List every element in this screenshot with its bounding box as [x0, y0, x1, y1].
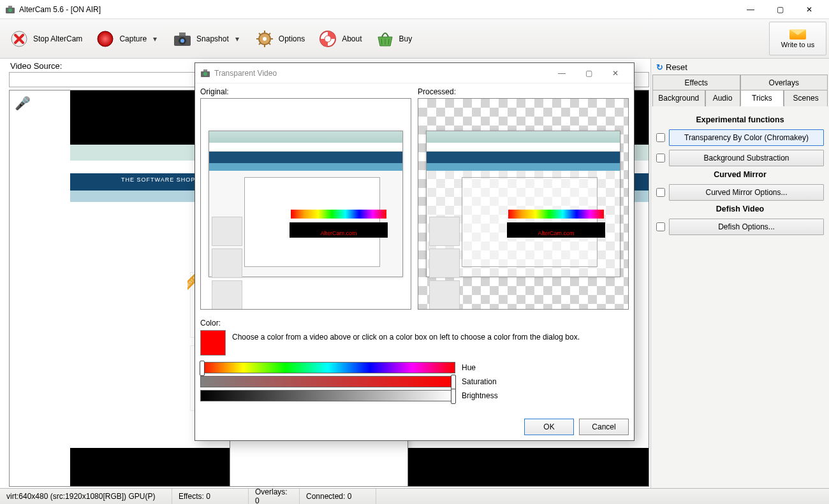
reset-icon: ↻ [656, 62, 663, 72]
dialog-title: Transparent Video [214, 69, 548, 78]
svg-line-16 [268, 43, 270, 45]
transparency-by-color-button[interactable]: Transparency By Color (Chromakey) [669, 129, 824, 146]
dialog-body: Original: AlterCam.com Processed: [195, 83, 634, 414]
status-overlays: Overlays: 0 [249, 489, 300, 504]
record-icon [95, 29, 115, 49]
saturation-label: Saturation [462, 377, 497, 386]
buy-label: Buy [399, 34, 413, 43]
color-label: Color: [200, 319, 629, 328]
camera-icon [172, 29, 193, 49]
snapshot-dropdown-icon[interactable]: ▾ [233, 34, 242, 43]
stop-label: Stop AlterCam [33, 34, 82, 43]
write-to-us-button[interactable]: Write to us [769, 22, 826, 55]
about-label: About [342, 34, 362, 43]
capture-label: Capture [119, 34, 147, 43]
brightness-thumb[interactable] [451, 389, 456, 404]
dialog-titlebar: Transparent Video — ▢ ✕ [195, 63, 634, 83]
buy-button[interactable]: Buy [370, 26, 418, 52]
original-label: Original: [200, 87, 411, 96]
capture-button[interactable]: Capture ▾ [90, 26, 165, 52]
background-substraction-button[interactable]: Background Substraction [669, 150, 824, 166]
svg-point-20 [325, 36, 331, 42]
color-swatch[interactable] [200, 330, 226, 356]
ok-button[interactable]: OK [524, 419, 574, 435]
options-label: Options [279, 34, 305, 43]
maximize-button[interactable]: ▢ [765, 0, 795, 19]
lifebuoy-icon [318, 29, 338, 49]
defish-checkbox[interactable] [656, 222, 665, 231]
app-icon [5, 4, 15, 15]
hue-slider[interactable] [200, 362, 455, 373]
svg-point-10 [263, 37, 267, 41]
curved-mirror-options-button[interactable]: Curved Mirror Options... [669, 184, 824, 201]
basket-icon [375, 29, 395, 49]
options-button[interactable]: Options [249, 26, 310, 52]
dialog-maximize-button[interactable]: ▢ [575, 64, 602, 83]
saturation-thumb[interactable] [451, 375, 456, 390]
original-preview[interactable]: AlterCam.com [200, 98, 411, 310]
reset-button[interactable]: ↻ Reset [652, 60, 828, 75]
svg-line-18 [259, 43, 261, 45]
microphone-icon[interactable]: 🎤 [15, 96, 31, 111]
dialog-close-button[interactable]: ✕ [602, 64, 629, 83]
dialog-minimize-button[interactable]: — [548, 64, 575, 83]
svg-rect-2 [8, 6, 12, 8]
envelope-icon [789, 29, 806, 40]
saturation-slider[interactable] [200, 376, 455, 387]
color-sliders: Hue Saturation Brightness [200, 362, 629, 404]
brightness-label: Brightness [462, 391, 498, 400]
snapshot-label: Snapshot [196, 34, 229, 43]
gear-icon [254, 29, 275, 49]
bg-substraction-checkbox[interactable] [656, 154, 665, 162]
status-effects: Effects: 0 [172, 489, 249, 504]
titlebar: AlterCam 5.6 - [ON AIR] — ▢ ✕ [0, 0, 829, 19]
snapshot-button[interactable]: Snapshot ▾ [167, 26, 247, 52]
defish-heading: Defish Video [656, 205, 824, 213]
tab-audio[interactable]: Audio [705, 90, 740, 106]
tab-tricks[interactable]: Tricks [740, 90, 784, 106]
tab-scenes[interactable]: Scenes [784, 90, 828, 106]
defish-options-button[interactable]: Defish Options... [669, 219, 824, 235]
minimize-button[interactable]: — [736, 0, 765, 19]
processed-preview[interactable]: AlterCam.com [418, 98, 629, 310]
svg-line-17 [268, 33, 270, 35]
tab-background[interactable]: Background [652, 90, 705, 106]
experimental-heading: Experimental functions [656, 115, 824, 124]
color-section: Color: Choose a color from a video above… [200, 319, 629, 356]
tricks-panel: Experimental functions Transparency By C… [652, 106, 828, 244]
transparency-checkbox[interactable] [656, 133, 665, 142]
svg-rect-26 [203, 69, 207, 71]
capture-dropdown-icon[interactable]: ▾ [150, 34, 159, 43]
close-button[interactable]: ✕ [795, 0, 824, 19]
status-connected: Connected: 0 [300, 489, 376, 504]
right-pane: ↻ Reset Effects Overlays Background Audi… [650, 59, 829, 488]
dialog-icon [200, 68, 210, 78]
svg-point-1 [8, 8, 12, 12]
reset-label: Reset [666, 62, 687, 72]
curved-mirror-checkbox[interactable] [656, 188, 665, 197]
stop-altercam-button[interactable]: Stop AlterCam [4, 26, 87, 52]
processed-label: Processed: [418, 87, 629, 96]
write-to-us-label: Write to us [781, 41, 814, 48]
cancel-button[interactable]: Cancel [579, 419, 629, 435]
svg-rect-8 [179, 32, 186, 36]
tab-effects[interactable]: Effects [652, 75, 740, 90]
hue-thumb[interactable] [200, 361, 205, 376]
svg-line-15 [259, 33, 261, 35]
right-tabs: Effects Overlays Background Audio Tricks… [652, 75, 828, 106]
color-hint: Choose a color from a video above or cli… [232, 330, 580, 342]
svg-point-25 [203, 72, 207, 76]
window-title: AlterCam 5.6 - [ON AIR] [19, 5, 736, 14]
transparent-video-dialog: Transparent Video — ▢ ✕ Original: AlterC… [194, 62, 635, 441]
main-toolbar: Stop AlterCam Capture ▾ Snapshot ▾ Optio… [0, 19, 829, 59]
status-bar: virt:640x480 (src:1920x1080[RGB]) GPU(P)… [0, 488, 829, 504]
svg-point-4 [98, 31, 113, 47]
curved-mirror-heading: Curved Mirror [656, 170, 824, 179]
dialog-buttons: OK Cancel [195, 414, 634, 440]
status-virt: virt:640x480 (src:1920x1080[RGB]) GPU(P) [0, 489, 172, 504]
brightness-slider[interactable] [200, 390, 455, 401]
svg-point-7 [180, 39, 184, 43]
about-button[interactable]: About [312, 26, 367, 52]
hue-label: Hue [462, 363, 476, 372]
tab-overlays[interactable]: Overlays [740, 75, 828, 90]
